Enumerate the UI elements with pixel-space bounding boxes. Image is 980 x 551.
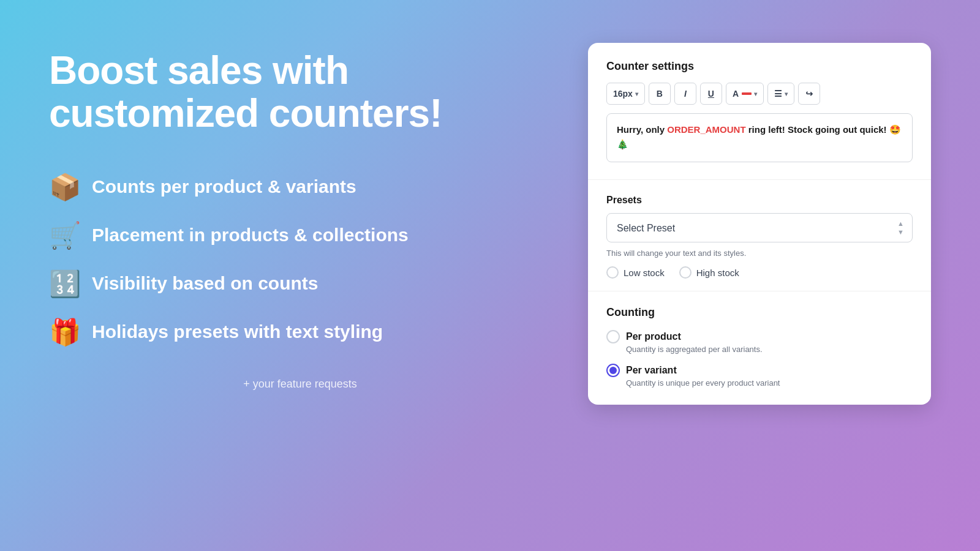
align-icon: ☰ xyxy=(774,89,782,99)
high-stock-radio[interactable]: High stock xyxy=(679,266,739,279)
underline-label: U xyxy=(708,89,714,99)
per-product-description: Quantity is aggregated per all variants. xyxy=(626,345,913,354)
editor-highlight: ORDER_AMOUNT xyxy=(667,124,745,135)
presets-label: Presets xyxy=(606,195,913,206)
per-variant-header: Per variant xyxy=(606,364,913,377)
feature-text-2: Placement in products & collections xyxy=(92,225,409,246)
hero-title: Boost sales with customized counters! xyxy=(49,49,551,135)
settings-card: Counter settings 16px ▾ B I U xyxy=(588,43,931,405)
per-variant-radio[interactable]: Per variant xyxy=(606,364,677,377)
font-color-icon: A xyxy=(733,89,739,99)
left-panel: Boost sales with customized counters! 📦 … xyxy=(49,37,551,391)
counting-section: Counting Per product Quantity is aggrega… xyxy=(588,291,931,405)
low-stock-radio[interactable]: Low stock xyxy=(606,266,665,279)
settings-title: Counter settings xyxy=(606,60,913,73)
text-editor[interactable]: Hurry, only ORDER_AMOUNT ring left! Stoc… xyxy=(606,113,913,162)
per-product-option: Per product Quantity is aggregated per a… xyxy=(606,330,913,354)
font-color-button[interactable]: A ▾ xyxy=(726,83,764,105)
feature-text-4: Holidays presets with text styling xyxy=(92,321,383,342)
undo-button[interactable]: ↩ xyxy=(798,83,820,105)
chevron-down-icon: ▾ xyxy=(785,91,788,97)
preset-select-wrapper: Select Preset Low stock High stock ▲ ▼ xyxy=(606,213,913,242)
list-item: 📦 Counts per product & variants xyxy=(49,172,551,202)
font-size-label: 16px xyxy=(613,89,633,99)
low-stock-label: Low stock xyxy=(624,268,665,278)
per-variant-option: Per variant Quantity is unique per every… xyxy=(606,364,913,388)
per-variant-description: Quantity is unique per every product var… xyxy=(626,378,913,388)
editor-text-before: Hurry, only xyxy=(617,124,667,135)
align-button[interactable]: ☰ ▾ xyxy=(767,83,794,105)
font-size-button[interactable]: 16px ▾ xyxy=(606,83,645,105)
stock-radio-group: Low stock High stock xyxy=(606,266,913,279)
per-product-label: Per product xyxy=(626,331,681,342)
counting-title: Counting xyxy=(606,306,913,319)
undo-icon: ↩ xyxy=(805,89,813,99)
editor-toolbar: 16px ▾ B I U A ▾ xyxy=(606,83,913,105)
per-product-radio[interactable]: Per product xyxy=(606,330,681,343)
feature-emoji-4: 🎁 xyxy=(49,317,81,347)
preset-helper-text: This will change your text and its style… xyxy=(606,249,913,258)
right-panel: Counter settings 16px ▾ B I U xyxy=(588,43,931,405)
preset-select[interactable]: Select Preset Low stock High stock xyxy=(606,213,913,242)
chevron-down-icon: ▾ xyxy=(635,91,638,97)
underline-button[interactable]: U xyxy=(700,83,722,105)
list-item: 🔢 Visibility based on counts xyxy=(49,269,551,299)
italic-label: I xyxy=(684,89,687,99)
radio-unselected-icon xyxy=(606,330,620,343)
list-item: 🛒 Placement in products & collections xyxy=(49,220,551,250)
feature-emoji-3: 🔢 xyxy=(49,269,81,299)
high-stock-label: High stock xyxy=(696,268,739,278)
feature-text-1: Counts per product & variants xyxy=(92,176,356,197)
italic-button[interactable]: I xyxy=(674,83,696,105)
per-variant-label: Per variant xyxy=(626,365,677,376)
bold-button[interactable]: B xyxy=(649,83,671,105)
color-swatch xyxy=(742,92,752,95)
presets-section: Presets Select Preset Low stock High sto… xyxy=(588,180,931,291)
feature-emoji-1: 📦 xyxy=(49,172,81,202)
chevron-down-icon: ▾ xyxy=(754,91,757,97)
feature-requests-text: + your feature requests xyxy=(49,378,551,391)
features-list: 📦 Counts per product & variants 🛒 Placem… xyxy=(49,172,551,347)
radio-selected-icon xyxy=(606,364,620,377)
feature-text-3: Visibility based on counts xyxy=(92,273,318,294)
feature-emoji-2: 🛒 xyxy=(49,220,81,250)
editor-section: Counter settings 16px ▾ B I U xyxy=(588,43,931,180)
radio-circle-low xyxy=(606,266,619,279)
bold-label: B xyxy=(657,89,663,99)
list-item: 🎁 Holidays presets with text styling xyxy=(49,317,551,347)
counting-options: Per product Quantity is aggregated per a… xyxy=(606,330,913,388)
radio-circle-high xyxy=(679,266,692,279)
per-product-header: Per product xyxy=(606,330,913,343)
